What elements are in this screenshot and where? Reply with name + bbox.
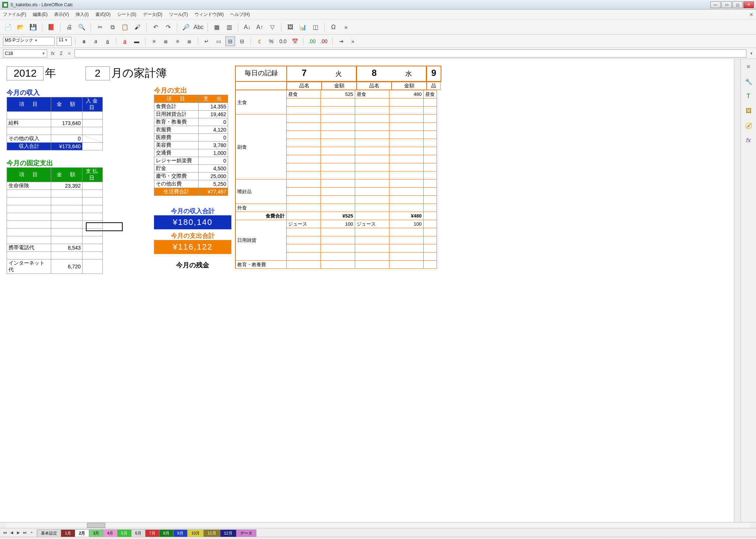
tab-add-icon[interactable]: + <box>29 530 35 536</box>
autofilter-icon[interactable]: ▽ <box>267 22 277 32</box>
sheet-tab[interactable]: 5月 <box>117 529 132 537</box>
minimize-button[interactable]: — <box>710 1 721 8</box>
function-wizard-icon[interactable]: fx <box>49 51 56 56</box>
align-right-icon[interactable]: ≡ <box>173 36 182 46</box>
sheet-tab[interactable]: 12月 <box>220 529 237 537</box>
sum-icon[interactable]: Σ <box>58 51 64 56</box>
menu-insert[interactable]: 挿入(I) <box>76 11 88 18</box>
sheet-tab[interactable]: 7月 <box>145 529 160 537</box>
remove-decimal-icon[interactable]: .00 <box>319 36 329 46</box>
bold-icon[interactable]: a <box>79 36 89 46</box>
export-pdf-icon[interactable]: 📕 <box>46 22 56 32</box>
open-icon[interactable]: 📂 <box>15 22 26 32</box>
sort-asc-icon[interactable]: A↓ <box>242 22 252 32</box>
copy-icon[interactable]: ⧉ <box>107 22 118 32</box>
sheet-tab[interactable]: 2月 <box>75 529 89 537</box>
pivot-icon[interactable]: ◫ <box>310 22 321 32</box>
add-decimal-icon[interactable]: .00 <box>307 36 317 46</box>
new-icon[interactable]: 📄 <box>3 22 13 32</box>
functions-icon[interactable]: fx <box>744 136 753 145</box>
spellcheck-icon[interactable]: Abc <box>193 22 204 32</box>
sheet-tab[interactable]: 基本設定 <box>37 529 61 537</box>
sidebar-menu-icon[interactable]: ≡ <box>744 62 753 72</box>
close-button[interactable]: ✕ <box>743 1 754 8</box>
tab-first-icon[interactable]: ⏮ <box>2 530 8 536</box>
valign-middle-icon[interactable]: ⊟ <box>225 36 235 46</box>
horizontal-scrollbar[interactable] <box>0 522 756 528</box>
menu-data[interactable]: データ(D) <box>143 11 162 18</box>
chart-icon[interactable]: 📊 <box>298 22 308 32</box>
gallery-icon[interactable]: 🖼 <box>744 106 753 116</box>
year-value[interactable]: 2012 <box>7 66 43 80</box>
print-preview-icon[interactable]: 🔍 <box>77 22 87 32</box>
equals-icon[interactable]: = <box>66 51 72 56</box>
menu-help[interactable]: ヘルプ(H) <box>230 11 250 18</box>
sidebar: ≡ 🔧 T 🖼 🧭 fx <box>741 59 756 522</box>
formula-input[interactable] <box>74 49 747 58</box>
font-size-combo[interactable]: 11▼ <box>57 37 71 46</box>
sheet-tab[interactable]: 6月 <box>131 529 146 537</box>
more-icon[interactable]: » <box>341 22 351 32</box>
formula-expand-icon[interactable]: ▼ <box>749 52 753 55</box>
sheet-area[interactable]: 2012 年 2 月の家計簿 今月の収入 項 目金 額入金日 <box>0 59 734 522</box>
font-color-icon[interactable]: a <box>120 36 130 46</box>
valign-bottom-icon[interactable]: ⊟ <box>237 36 247 46</box>
underline-icon[interactable]: a <box>103 36 112 46</box>
merge-icon[interactable]: ▭ <box>214 36 223 46</box>
redo-icon[interactable]: ↷ <box>163 22 173 32</box>
vertical-scrollbar[interactable] <box>734 59 741 522</box>
currency-icon[interactable]: ₵ <box>255 36 264 46</box>
insert-image-icon[interactable]: 🖼 <box>285 22 295 32</box>
undo-icon[interactable]: ↶ <box>150 22 161 32</box>
find-icon[interactable]: 🔎 <box>181 22 191 32</box>
column-icon[interactable]: ▥ <box>224 22 234 32</box>
sheet-tab[interactable]: 8月 <box>159 529 174 537</box>
sheet-tab[interactable]: 10月 <box>187 529 204 537</box>
menu-sheet[interactable]: シート(S) <box>117 11 136 18</box>
daily-table: 主食 昼食525 昼食480 昼食 副食 嗜好品 <box>235 90 437 269</box>
menu-window[interactable]: ウィンドウ(W) <box>195 11 224 18</box>
restore-button[interactable]: ▭ <box>721 1 732 8</box>
properties-icon[interactable]: 🔧 <box>744 77 753 86</box>
name-box[interactable]: C18▼ <box>3 49 47 58</box>
sort-desc-icon[interactable]: A↑ <box>255 22 265 32</box>
clone-format-icon[interactable]: 🖌 <box>132 22 143 32</box>
number-icon[interactable]: 0.0 <box>278 36 288 46</box>
save-icon[interactable]: 💾 <box>28 22 38 32</box>
menu-format[interactable]: 書式(O) <box>95 11 111 18</box>
sheet-tab[interactable]: 11月 <box>203 529 220 537</box>
menu-view[interactable]: 表示(V) <box>54 11 69 18</box>
menu-file[interactable]: ファイル(F) <box>3 11 26 18</box>
cut-icon[interactable]: ✂ <box>95 22 105 32</box>
font-name-combo[interactable]: MS Pゴシック▼ <box>3 37 55 46</box>
date-icon[interactable]: 📅 <box>290 36 300 46</box>
menu-tools[interactable]: ツール(T) <box>169 11 188 18</box>
sheet-tab[interactable]: データ <box>236 529 256 537</box>
maximize-button[interactable]: ◻ <box>732 1 743 8</box>
paste-icon[interactable]: 📋 <box>120 22 130 32</box>
sheet-tab[interactable]: 9月 <box>173 529 188 537</box>
menu-edit[interactable]: 編集(E) <box>33 11 48 18</box>
highlight-icon[interactable]: ▬ <box>132 36 141 46</box>
close-doc-button[interactable]: × <box>750 11 753 18</box>
indent-icon[interactable]: ⇥ <box>336 36 346 46</box>
percent-icon[interactable]: % <box>266 36 276 46</box>
more-fmt-icon[interactable]: » <box>348 36 358 46</box>
align-center-icon[interactable]: ≣ <box>161 36 171 46</box>
special-char-icon[interactable]: Ω <box>328 22 339 32</box>
wrap-icon[interactable]: ↵ <box>202 36 211 46</box>
month-value[interactable]: 2 <box>85 66 110 80</box>
align-left-icon[interactable]: ≡ <box>149 36 159 46</box>
tab-last-icon[interactable]: ⏭ <box>22 530 28 536</box>
sheet-tab[interactable]: 4月 <box>103 529 117 537</box>
sheet-tab[interactable]: 3月 <box>89 529 103 537</box>
navigator-icon[interactable]: 🧭 <box>744 121 753 131</box>
sheet-tab[interactable]: 1月 <box>61 529 75 537</box>
tab-prev-icon[interactable]: ◀ <box>9 530 15 536</box>
styles-icon[interactable]: T <box>744 91 753 101</box>
tab-next-icon[interactable]: ▶ <box>15 530 21 536</box>
print-icon[interactable]: 🖨 <box>64 22 74 32</box>
align-justify-icon[interactable]: ≣ <box>185 36 194 46</box>
italic-icon[interactable]: a <box>91 36 101 46</box>
row-icon[interactable]: ▦ <box>211 22 222 32</box>
